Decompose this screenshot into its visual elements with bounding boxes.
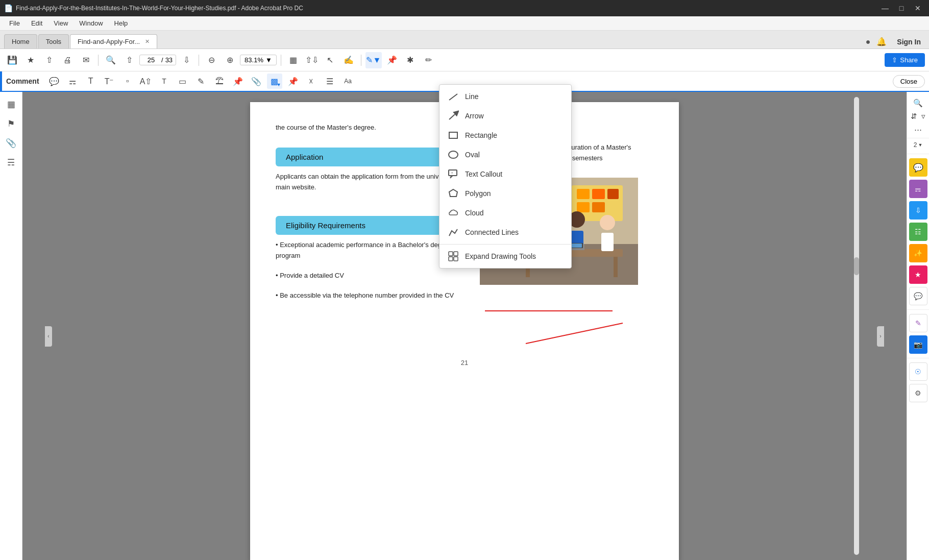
lp-attachment-button[interactable]: 📎 xyxy=(3,135,19,151)
menu-help[interactable]: Help xyxy=(109,18,133,28)
svg-marker-36 xyxy=(449,189,457,197)
shape-tool-button[interactable]: ▩▼ xyxy=(267,74,282,89)
rp-pencil-icon[interactable]: ✎ xyxy=(909,314,927,332)
search-panel-icon[interactable]: 🔍 xyxy=(912,97,924,109)
menu-bar: File Edit View Window Help xyxy=(0,16,929,31)
rp-organize-icon[interactable]: ☷ xyxy=(909,223,927,241)
stamp-tool-button[interactable]: 📌 xyxy=(384,52,400,68)
menu-view[interactable]: View xyxy=(48,18,73,28)
dropdown-expand-item[interactable]: Expand Drawing Tools xyxy=(439,247,571,266)
print-button[interactable]: 🖨 xyxy=(59,52,76,68)
title-bar: 📄 Find-and-Apply-For-the-Best-Institutes… xyxy=(0,0,929,16)
select-tool-button[interactable]: ↖ xyxy=(322,52,338,68)
sort-panel-icon[interactable]: ⇵ xyxy=(909,110,919,123)
dropdown-connected-lines-item[interactable]: Connected Lines xyxy=(439,223,571,242)
dropdown-text-callout-item[interactable]: T Text Callout xyxy=(439,164,571,184)
upload-button[interactable]: ⇧ xyxy=(41,52,57,68)
drawing-tool-button[interactable]: ✎▼ xyxy=(365,52,382,68)
hand-tool-button[interactable]: ✍ xyxy=(340,52,357,68)
annotation-tool-button[interactable]: ✱ xyxy=(402,52,419,68)
pin-button[interactable]: 📌 xyxy=(285,74,301,89)
text-tool-button[interactable]: T xyxy=(83,74,99,89)
pencil-button[interactable]: ✎ xyxy=(193,74,209,89)
dropdown-polygon-item[interactable]: Polygon xyxy=(439,184,571,203)
dropdown-line-item[interactable]: Line xyxy=(439,87,571,106)
tab-home[interactable]: Home xyxy=(4,34,37,48)
rp-comment2-icon[interactable]: 💬 xyxy=(909,287,927,305)
connected-lines-icon xyxy=(448,227,459,238)
close-comment-toolbar-button[interactable]: Close xyxy=(893,75,925,88)
menu-edit[interactable]: Edit xyxy=(26,18,47,28)
vertical-scrollbar[interactable] xyxy=(853,97,860,555)
prev-page-button[interactable]: ⇧ xyxy=(121,52,137,68)
rp-highlight-icon[interactable]: ⚎ xyxy=(909,180,927,198)
scrollbar-thumb[interactable] xyxy=(854,257,859,275)
rp-stamp-icon[interactable]: ★ xyxy=(909,265,927,284)
fit-page-button[interactable]: ▦ xyxy=(285,52,302,68)
rp-comment-icon[interactable]: 💬 xyxy=(909,158,927,177)
rp-export-icon[interactable]: ⇩ xyxy=(909,201,927,220)
toolbar-separator-3 xyxy=(281,55,281,66)
minimize-button[interactable]: — xyxy=(878,1,892,15)
bookmark-button[interactable]: ★ xyxy=(22,52,39,68)
line-icon xyxy=(448,91,459,102)
tab-close-button[interactable]: ✕ xyxy=(145,38,150,45)
page-number-input[interactable] xyxy=(143,56,159,64)
text-style-button[interactable]: T xyxy=(157,74,172,89)
rp-shield-icon[interactable]: ☉ xyxy=(909,362,927,381)
page-dropdown-icon[interactable]: ▼ xyxy=(918,142,922,148)
rp-scan-icon[interactable]: 📷 xyxy=(909,335,927,354)
highlight-button[interactable]: ⚎ xyxy=(65,74,80,89)
filter-panel-icon[interactable]: ▿ xyxy=(920,110,927,123)
more-panel-icon[interactable]: ⋯ xyxy=(913,124,923,136)
save-button[interactable]: 💾 xyxy=(4,52,20,68)
collapse-left-panel-button[interactable]: ‹ xyxy=(45,326,52,347)
lines-button[interactable]: ☰ xyxy=(322,74,337,89)
tab-tools[interactable]: Tools xyxy=(38,34,69,48)
attach-button[interactable]: 📎 xyxy=(249,74,264,89)
maximize-button[interactable]: □ xyxy=(894,1,909,15)
collapse-right-panel-button[interactable]: › xyxy=(877,326,884,347)
zoom-out-button[interactable]: ⊖ xyxy=(203,52,219,68)
rp-settings-icon[interactable]: ⚙ xyxy=(909,384,927,402)
text-box-button[interactable]: ▫ xyxy=(120,74,135,89)
menu-window[interactable]: Window xyxy=(74,18,108,28)
dropdown-oval-item[interactable]: Oval xyxy=(439,145,571,164)
help-icon[interactable]: ● xyxy=(866,37,871,46)
zoom-dropdown-icon[interactable]: ▼ xyxy=(265,56,272,64)
sign-in-button[interactable]: Sign In xyxy=(893,38,925,46)
lp-layers-button[interactable]: ☴ xyxy=(3,154,19,171)
svg-rect-37 xyxy=(449,252,453,256)
expand-drawing-tools-label: Expand Drawing Tools xyxy=(465,252,536,260)
dropdown-rectangle-item[interactable]: Rectangle xyxy=(439,126,571,145)
app-icon: 📄 xyxy=(4,4,13,12)
close-button[interactable]: ✕ xyxy=(911,1,925,15)
tab-document[interactable]: Find-and-Apply-For... ✕ xyxy=(70,34,157,48)
next-page-button[interactable]: ⇩ xyxy=(178,52,194,68)
svg-line-28 xyxy=(449,94,457,100)
sticky-note-button[interactable]: 💬 xyxy=(46,74,62,89)
superscript-button[interactable]: T⁻ xyxy=(102,74,117,89)
format-text-button[interactable]: A⇧ xyxy=(138,74,154,89)
notification-icon[interactable]: 🔔 xyxy=(876,37,887,46)
lp-page-thumbnail-button[interactable]: ▦ xyxy=(3,96,19,112)
rp-enhance-icon[interactable]: ✨ xyxy=(909,244,927,262)
email-button[interactable]: ✉ xyxy=(78,52,94,68)
search-doc-button[interactable]: 🔍 xyxy=(103,52,119,68)
textbox2-button[interactable]: ▭ xyxy=(175,74,190,89)
lp-bookmark-button[interactable]: ⚑ xyxy=(3,115,19,132)
share-button[interactable]: ⇧ Share xyxy=(885,53,925,67)
eraser-button[interactable]: ⛱ xyxy=(212,74,227,89)
dropdown-cloud-item[interactable]: Cloud xyxy=(439,203,571,223)
pdf-bullet2: • Provide a detailed CV xyxy=(276,271,470,281)
share-icon: ⇧ xyxy=(892,56,897,64)
font-button[interactable]: Aa xyxy=(340,74,356,89)
clear-button[interactable]: ☓ xyxy=(304,74,319,89)
stamp-button[interactable]: 📌 xyxy=(230,74,246,89)
dropdown-arrow-item[interactable]: Arrow xyxy=(439,106,571,126)
nav-button[interactable]: ⇧⇩ xyxy=(304,52,320,68)
share-label: Share xyxy=(900,56,918,64)
menu-file[interactable]: File xyxy=(4,18,25,28)
signature-tool-button[interactable]: ✏ xyxy=(421,52,437,68)
zoom-in-button[interactable]: ⊕ xyxy=(222,52,238,68)
